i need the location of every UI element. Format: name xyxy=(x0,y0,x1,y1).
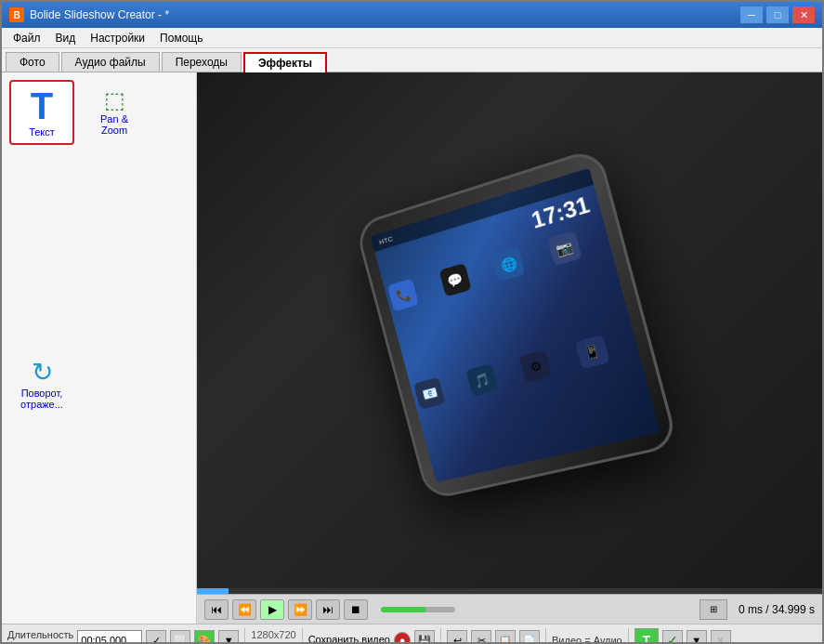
tab-audio[interactable]: Аудио файлы xyxy=(61,52,160,72)
stop-button[interactable]: ⏹ xyxy=(344,599,368,620)
app-icon-2: 💬 xyxy=(438,263,470,297)
dropdown-btn[interactable]: ▼ xyxy=(687,630,707,644)
tab-bar: Фото Аудио файлы Переходы Эффекты xyxy=(2,48,822,72)
close-button[interactable]: ✕ xyxy=(792,7,815,23)
window-controls: ─ □ ✕ xyxy=(740,7,815,23)
tab-effects[interactable]: Эффекты xyxy=(243,52,327,72)
app-icon-6: 🎵 xyxy=(464,363,498,397)
volume-slider[interactable] xyxy=(381,607,455,612)
app-icon: B xyxy=(9,7,24,22)
menu-bar: Файл Вид Настройки Помощь xyxy=(2,28,822,48)
app-icon-7: ⚙ xyxy=(518,349,553,383)
delete-btn[interactable]: ✕ xyxy=(711,630,731,644)
panzoom-tool[interactable]: ⬚ Pan &Zoom xyxy=(82,80,147,145)
progress-bar-fill xyxy=(197,588,229,594)
rotate-tool-label: Поворот, отраже... xyxy=(15,388,69,410)
time-display: 0 ms / 34.999 s xyxy=(739,603,815,616)
panzoom-icon: ⬚ xyxy=(104,89,125,112)
video-audio-label: Видео = Аудио xyxy=(552,635,622,644)
duration-apply-btn[interactable]: ✓ xyxy=(146,630,166,644)
app-icon-4: 📷 xyxy=(546,230,582,266)
separator-2 xyxy=(302,628,303,644)
rotate-tool[interactable]: ↻ Поворот, отраже... xyxy=(9,352,74,417)
play-button[interactable]: ▶ xyxy=(260,599,284,620)
tab-photo[interactable]: Фото xyxy=(6,52,59,72)
app-icon-5: 📧 xyxy=(413,376,445,409)
bottom-toolbar: Длительностьфрагмента ✓ ⬜ 🎨 ▼ 1280x72016… xyxy=(2,624,822,644)
phone-screen: HTC 17:31 📞 💬 🌐 📷 📧 🎵 ⚙ 📱 xyxy=(370,167,660,481)
forward-button[interactable]: ⏩ xyxy=(288,599,312,620)
zoom-button[interactable]: ⊞ xyxy=(700,599,727,620)
check-btn[interactable]: ✓ xyxy=(662,630,683,644)
forward-end-button[interactable]: ⏭ xyxy=(316,599,340,620)
color-btn[interactable]: 🎨 xyxy=(194,630,215,644)
preview-image: HTC 17:31 📞 💬 🌐 📷 📧 🎵 ⚙ 📱 xyxy=(197,72,822,588)
menu-file[interactable]: Файл xyxy=(6,30,48,46)
preview-area: HTC 17:31 📞 💬 🌐 📷 📧 🎵 ⚙ 📱 xyxy=(197,72,822,624)
paste-btn[interactable]: 📄 xyxy=(519,630,540,644)
rotate-icon: ↻ xyxy=(32,360,53,386)
menu-view[interactable]: Вид xyxy=(48,30,84,46)
duration-label: Длительностьфрагмента xyxy=(7,629,73,644)
phone-preview: HTC 17:31 📞 💬 🌐 📷 📧 🎵 ⚙ 📱 xyxy=(354,146,679,500)
phone-carrier: HTC xyxy=(377,233,393,245)
rewind-button[interactable]: ⏪ xyxy=(232,599,256,620)
app-icon-3: 🌐 xyxy=(491,246,525,281)
copy-btn[interactable]: 📋 xyxy=(495,630,516,644)
color-dropdown-btn[interactable]: ▼ xyxy=(218,630,239,644)
app-icon-8: 📱 xyxy=(574,335,609,369)
text-icon: T xyxy=(31,87,53,125)
duration-input[interactable] xyxy=(77,630,142,644)
app-icon-1: 📞 xyxy=(386,278,418,311)
maximize-button[interactable]: □ xyxy=(766,7,789,23)
panzoom-tool-label: Pan &Zoom xyxy=(100,113,128,136)
minimize-button[interactable]: ─ xyxy=(740,7,763,23)
text-tool-label: Текст xyxy=(29,126,55,138)
separator-3 xyxy=(440,628,441,644)
frame-btn[interactable]: ⬜ xyxy=(170,630,190,644)
main-content: T Текст ⬚ Pan &Zoom ↻ Поворот, отраже...… xyxy=(2,72,822,624)
undo-btn[interactable]: ↩ xyxy=(447,630,467,644)
progress-bar-container[interactable] xyxy=(197,588,822,594)
save-btn[interactable]: 💾 xyxy=(414,630,435,644)
menu-settings[interactable]: Настройки xyxy=(83,30,152,46)
resolution-label: 1280x72016:9 xyxy=(251,629,295,644)
save-video-label: Сохранить видео xyxy=(308,634,390,644)
text-tool[interactable]: T Текст xyxy=(9,80,74,145)
playback-controls: ⏮ ⏪ ▶ ⏩ ⏭ ⏹ ⊞ 0 ms / 34.999 s xyxy=(197,594,822,624)
separator-1 xyxy=(244,628,245,644)
window-title: Bolide Slideshow Creator - * xyxy=(30,8,740,21)
cut-btn[interactable]: ✂ xyxy=(471,630,491,644)
separator-5 xyxy=(628,628,629,644)
rewind-start-button[interactable]: ⏮ xyxy=(204,599,229,620)
menu-help[interactable]: Помощь xyxy=(152,30,210,46)
title-bar: B Bolide Slideshow Creator - * ─ □ ✕ xyxy=(2,2,822,28)
separator-4 xyxy=(545,628,546,644)
effects-panel: T Текст ⬚ Pan &Zoom ↻ Поворот, отраже... xyxy=(2,72,197,624)
text-effect-btn[interactable]: T xyxy=(634,628,659,644)
tab-transitions[interactable]: Переходы xyxy=(162,52,242,72)
record-btn[interactable]: ● xyxy=(394,632,411,644)
